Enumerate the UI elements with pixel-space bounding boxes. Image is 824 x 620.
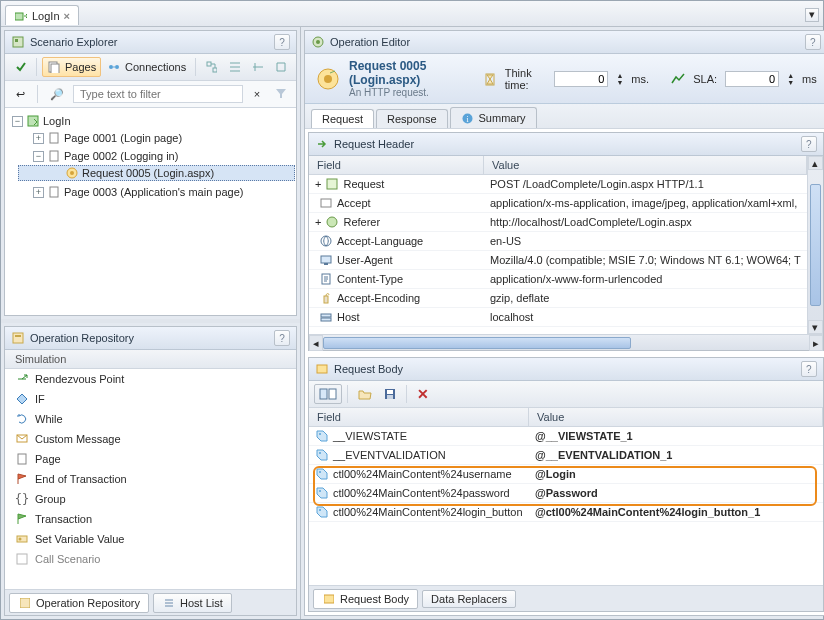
tab-overflow-button[interactable]: ▾ (805, 8, 819, 22)
list-item[interactable]: End of Transaction (5, 469, 296, 489)
variable-icon (15, 532, 29, 546)
op-repo-header: Operation Repository ? (5, 327, 296, 350)
pages-button[interactable]: Pages (42, 57, 101, 77)
help-button[interactable]: ? (274, 34, 290, 50)
delete-button[interactable]: ✕ (412, 384, 434, 404)
arrow-right-icon (315, 137, 329, 151)
svg-rect-16 (15, 335, 21, 337)
tag-icon (315, 448, 329, 462)
tree-node-page3[interactable]: Page 0003 (Application's main page) (64, 186, 243, 198)
svg-point-47 (319, 452, 321, 454)
save-button[interactable] (379, 384, 401, 404)
tab-response[interactable]: Response (376, 109, 448, 128)
tab-host-list[interactable]: Host List (153, 593, 232, 613)
sla-input[interactable] (725, 71, 779, 87)
sla-label: SLA: (693, 73, 717, 85)
col-value[interactable]: Value (484, 156, 807, 174)
tree-btn-1[interactable] (201, 57, 222, 77)
op-repo-list: Simulation Rendezvous Point IF While Cus… (5, 350, 296, 589)
clear-filter-button[interactable]: × (247, 84, 267, 104)
spin-down[interactable]: ▼ (787, 79, 794, 86)
scenario-tree[interactable]: −LogIn +Page 0001 (Login page) −Page 000… (5, 108, 296, 315)
tab-request[interactable]: Request (311, 109, 374, 128)
connections-button[interactable]: Connections (103, 57, 190, 77)
close-icon[interactable]: × (64, 10, 70, 22)
h-scrollbar[interactable]: ◂▸ (309, 334, 823, 350)
think-time-input[interactable] (554, 71, 608, 87)
find-button[interactable]: 🔎 (45, 84, 69, 104)
tree-node-page2[interactable]: Page 0002 (Logging in) (64, 150, 178, 162)
operation-summary-bar: Request 0005 (Login.aspx) An HTTP reques… (305, 54, 824, 104)
spin-down[interactable]: ▼ (616, 79, 623, 86)
tree-node-page1[interactable]: Page 0001 (Login page) (64, 132, 182, 144)
list-item[interactable]: Custom Message (5, 429, 296, 449)
script-icon (26, 114, 40, 128)
svg-point-49 (319, 490, 321, 492)
end-flag-icon (15, 472, 29, 486)
group-icon: {} (15, 492, 29, 506)
list-item[interactable]: IF (5, 389, 296, 409)
main-tabbar: LogIn × ▾ (1, 1, 823, 27)
spin-up[interactable]: ▲ (787, 72, 794, 79)
list-item[interactable]: Set Variable Value (5, 529, 296, 549)
pages-icon (47, 60, 61, 74)
tree-btn-4[interactable] (270, 57, 291, 77)
svg-point-48 (319, 471, 321, 473)
tab-summary[interactable]: iSummary (450, 107, 537, 128)
expand-toggle[interactable]: + (33, 133, 44, 144)
tab-data-replacers[interactable]: Data Replacers (422, 590, 516, 608)
login-tab-icon (14, 9, 28, 23)
expand-toggle[interactable]: + (33, 187, 44, 198)
transaction-icon (15, 512, 29, 526)
page-icon (47, 149, 61, 163)
spin-up[interactable]: ▲ (616, 72, 623, 79)
body-view-toggle[interactable] (314, 384, 342, 404)
check-button[interactable] (10, 57, 31, 77)
help-button[interactable]: ? (274, 330, 290, 346)
tree-btn-3[interactable] (247, 57, 268, 77)
list-item[interactable]: Call Scenario (5, 549, 296, 569)
v-scrollbar[interactable]: ▴▾ (807, 156, 823, 334)
host-list-icon (162, 596, 176, 610)
op-repo-title: Operation Repository (30, 332, 269, 344)
col-field[interactable]: Field (309, 156, 484, 174)
back-button[interactable]: ↩ (10, 84, 30, 104)
think-label: Think time: (505, 67, 547, 91)
left-splitter[interactable] (1, 319, 300, 323)
tree-node-root[interactable]: LogIn (43, 115, 71, 127)
expand-toggle[interactable]: + (315, 216, 321, 228)
list-item[interactable]: Transaction (5, 509, 296, 529)
help-button[interactable]: ? (801, 136, 817, 152)
call-icon (15, 552, 29, 566)
page-icon (47, 131, 61, 145)
tree-node-request[interactable]: Request 0005 (Login.aspx) (82, 167, 214, 179)
op-title: Request 0005 (Login.aspx) (349, 59, 467, 87)
list-item[interactable]: Page (5, 449, 296, 469)
list-item[interactable]: Rendezvous Point (5, 369, 296, 389)
col-field[interactable]: Field (309, 408, 529, 426)
request-icon (315, 66, 341, 92)
expand-toggle[interactable]: − (12, 116, 23, 127)
list-item[interactable]: While (5, 409, 296, 429)
open-button[interactable] (353, 384, 377, 404)
svg-point-26 (324, 75, 332, 83)
gear-icon (311, 35, 325, 49)
svg-rect-30 (327, 179, 337, 189)
filter-input[interactable] (73, 85, 243, 103)
think-time-icon (483, 72, 497, 86)
main-tab-login[interactable]: LogIn × (5, 5, 79, 25)
help-button[interactable]: ? (801, 361, 817, 377)
list-item[interactable]: {}Group (5, 489, 296, 509)
expand-toggle[interactable]: − (33, 151, 44, 162)
svg-point-50 (319, 509, 321, 511)
help-button[interactable]: ? (805, 34, 821, 50)
expand-toggle[interactable]: + (315, 178, 321, 190)
filter-shape-button[interactable] (271, 84, 291, 104)
tree-btn-2[interactable] (224, 57, 245, 77)
body-icon (322, 592, 336, 606)
col-value[interactable]: Value (529, 408, 823, 426)
request-body-grid[interactable]: Field Value __VIEWSTATE@__VIEWSTATE_1 __… (309, 408, 823, 585)
tab-op-repo[interactable]: Operation Repository (9, 593, 149, 613)
request-header-grid[interactable]: Field Value +RequestPOST /LoadComplete/L… (309, 156, 807, 334)
tab-request-body[interactable]: Request Body (313, 589, 418, 609)
